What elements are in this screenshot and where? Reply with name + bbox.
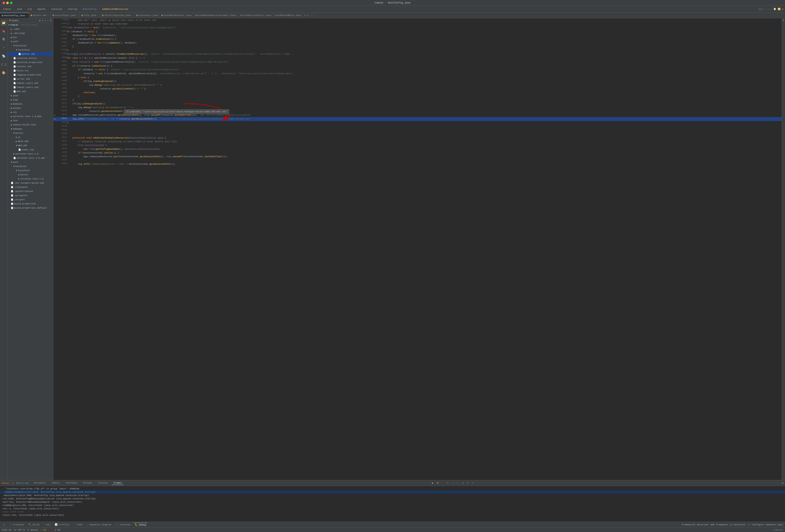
line-content[interactable]: log.debug("Ignoring non-existent Watched… xyxy=(67,83,782,87)
line-content[interactable]: if (!docBaseFile.isAbsolute()) { xyxy=(67,37,782,41)
tree-item-web-xml[interactable]: 📄 web.xml xyxy=(7,90,53,94)
close-button[interactable] xyxy=(2,2,5,4)
line-content[interactable]: if (hostContextXml.isFile()) { xyxy=(67,151,782,155)
nav-startup[interactable]: startup xyxy=(66,7,78,11)
line-content[interactable]: } xyxy=(67,121,782,125)
tree-item-catalina-props[interactable]: 📄 catalina.properties xyxy=(7,60,53,65)
bottom-tab-terminal[interactable]: ⬛ Terminal xyxy=(114,523,132,526)
bottom-tab-problems[interactable]: ⚠ Problems xyxy=(9,523,25,526)
debug-tab-overhead[interactable]: Overhead xyxy=(64,481,79,485)
requests-icon[interactable]: 📡 xyxy=(1,53,7,59)
line-content[interactable]: for (int i = 0; i < watchedResources.len… xyxy=(67,56,782,60)
tab-constants[interactable]: Constants.java xyxy=(134,13,160,18)
debug-tab-console[interactable]: Console xyxy=(97,481,109,485)
tree-item-index-jsp[interactable]: 📄 index.jsp xyxy=(7,148,53,152)
line-content[interactable]: if (docBase != null) { xyxy=(67,30,782,33)
line-content[interactable]: if(log.isDebugEnabled()) xyxy=(67,102,782,106)
nav-hostconfig[interactable]: HostConfig xyxy=(81,7,98,11)
debug-tab-variables[interactable]: Variables xyxy=(32,481,48,485)
right-panel-icon[interactable]: ⚙ xyxy=(783,19,784,22)
tree-item-work-servelet[interactable]: ▶ servelet-test-1.0 xyxy=(7,177,53,181)
tree-item-catalina[interactable]: ▼ Catalina xyxy=(7,44,53,48)
tree-item-web-inf[interactable]: ▼ WEB-INF xyxy=(7,144,53,148)
bottom-tab-seqdiagram[interactable]: ↔ Sequence Diagram xyxy=(85,523,112,526)
debug-runtocu[interactable]: ⇥ xyxy=(460,481,465,485)
line-content[interactable]: } xyxy=(67,98,782,102)
tree-item-res[interactable]: ▶ res xyxy=(7,110,53,115)
tab-close[interactable]: × xyxy=(76,14,78,17)
debug-session-name[interactable]: Bootstrap xyxy=(16,482,28,484)
line-content[interactable]: if (docBase != null) { docBase: "/Users/… xyxy=(67,68,782,72)
bottom-tab-debug[interactable]: 🐛 Debug xyxy=(133,523,147,527)
json-icon[interactable]: { } xyxy=(1,61,7,67)
debug-settings[interactable]: ⚙ xyxy=(782,482,783,484)
tree-item-bin[interactable]: ▶ bin xyxy=(7,35,53,40)
debug-frame-run266[interactable]: run$$$capture:266, FutureTask (java.util… xyxy=(0,504,785,507)
line-content[interactable]: log.info("reloadResources = 11" + resour… xyxy=(67,117,782,121)
line-content[interactable]: File hostContextXml = xyxy=(67,144,782,147)
debug-stop[interactable]: ■ xyxy=(440,481,445,485)
tree-item-output[interactable]: ▶ output xyxy=(7,106,53,110)
line-content[interactable]: if (!resource.isAbsolute()) { xyxy=(67,64,782,68)
line-content[interactable]: String[] watchedResources = context.find… xyxy=(67,52,782,56)
tab-close[interactable]: × xyxy=(26,14,27,17)
tree-item-context-xml[interactable]: 📄 context.xml xyxy=(7,65,53,69)
line-content[interactable]: docBaseFile = new File(appBase(), docBas… xyxy=(67,41,782,45)
line-content[interactable] xyxy=(67,129,782,132)
bottom-tab-todo[interactable]: ✓ TODO xyxy=(73,523,84,526)
tab-more[interactable]: C C... xyxy=(303,13,315,18)
run-icon[interactable]: ▷ xyxy=(2,522,7,528)
project-icon[interactable]: 📁 xyxy=(1,20,7,26)
nav-catalina[interactable]: catalina xyxy=(50,7,64,11)
line-content[interactable]: app.redeployResources.put(hostContextXml… xyxy=(67,155,782,158)
line-content[interactable]: docBaseFile = new File(docBase); xyxy=(67,33,782,37)
line-content[interactable]: protected void addGlobalRedeployResource… xyxy=(67,136,782,140)
tree-item-mytest-xml[interactable]: 📄 mytest.xml xyxy=(7,52,53,56)
tab-nativemethod[interactable]: NativeMethodAccessorImpl.class xyxy=(193,13,238,18)
tab-introspection[interactable]: IntrospectionUtils.java xyxy=(238,13,273,18)
tree-item-js[interactable]: ▶ js xyxy=(7,135,53,140)
line-content[interactable]: if(log.isDebugEnabled()) xyxy=(67,79,782,83)
line-content[interactable]: } xyxy=(67,45,782,48)
line-content[interactable]: } xyxy=(67,95,782,98)
tab-mytest[interactable]: mytest.xml × xyxy=(29,13,51,18)
tree-item-work-catalina[interactable]: ▼ Catalina xyxy=(7,164,53,169)
tree-item-tomcat-users[interactable]: 📄 tomcat-users.xml xyxy=(7,81,53,85)
sidebar-settings[interactable]: ⚙ ≡ + ↕ ⊡ xyxy=(39,19,51,22)
debug-tab-threads[interactable]: Threads xyxy=(81,481,94,485)
debug-pause[interactable]: ⏸ xyxy=(435,481,440,485)
tree-item-work-localhost[interactable]: ▼ localhost xyxy=(7,169,53,173)
nav-apache[interactable]: apache xyxy=(36,7,47,11)
tree-item-work-mytest[interactable]: ▶ mytest xyxy=(7,173,53,177)
tree-item-webapps[interactable]: ▼ webapps xyxy=(7,127,53,131)
tree-item-test[interactable]: ▶ test xyxy=(7,119,53,123)
git-icon[interactable]: ⑂ xyxy=(1,45,7,51)
debug-stepover[interactable]: ↷ xyxy=(446,481,450,485)
tree-item-work[interactable]: ▼ work xyxy=(7,160,53,164)
tree-item-project[interactable]: 📄 .project xyxy=(7,198,53,202)
tree-item-tomcat-users-xsd[interactable]: 📄 tomcat-users.xsd xyxy=(7,85,53,90)
debug-frame-call511[interactable]: call:511, Executors$RunnableAdapter (jav… xyxy=(0,500,785,504)
debug-frame-running[interactable]: ✓ "localhost-startStop-1"@1,877 in group… xyxy=(0,487,785,490)
debug-resume[interactable]: ▶ xyxy=(431,481,435,485)
bottom-tab-git[interactable]: ⑂ Git xyxy=(43,523,52,526)
nav-java[interactable]: java xyxy=(16,7,23,11)
art-icon[interactable]: 🎨 xyxy=(1,70,7,76)
tab-file[interactable]: File.java × xyxy=(80,13,100,18)
tree-item-localhost[interactable]: ▼ localhost xyxy=(7,48,53,52)
tab-standardcontext[interactable]: StandardContext.java xyxy=(160,13,193,18)
debug-frame-run-1[interactable]: run:-1, FutureTask (java.util.concurrent… xyxy=(0,507,785,510)
debug-frame-addwatched[interactable]: → addWatchedResources:1516, HostConfig (… xyxy=(0,490,785,494)
nav-org[interactable]: org xyxy=(26,7,33,11)
line-content[interactable]: new File(getConfigBaseName(), Constants.… xyxy=(67,147,782,151)
minimize-button[interactable] xyxy=(6,2,9,4)
tab-close[interactable]: × xyxy=(131,14,133,17)
debug-tab-memory[interactable]: Memory xyxy=(50,481,62,485)
bottom-tab-profiler[interactable]: 📊 Profiler xyxy=(53,523,71,526)
tree-item-tomcat-build[interactable]: ▶ tomcat-build-libs xyxy=(7,123,53,127)
tab-futuretask[interactable]: FutureTask.java × xyxy=(51,13,80,18)
line-content[interactable]: continue; xyxy=(67,91,782,95)
line-content[interactable]: } else { xyxy=(67,76,782,79)
line-content[interactable] xyxy=(67,158,782,162)
tree-item-build-props[interactable]: 📄 build.properties xyxy=(7,202,53,206)
